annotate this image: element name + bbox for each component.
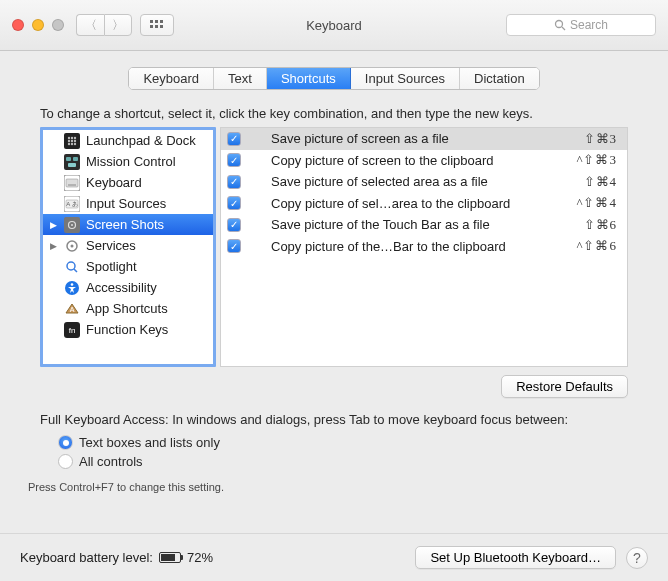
sidebar-item-mission-control[interactable]: ▶Mission Control: [43, 151, 213, 172]
svg-point-12: [68, 139, 70, 141]
sidebar-item-label: Screen Shots: [86, 217, 164, 232]
fkaccess-option[interactable]: Text boxes and lists only: [58, 433, 628, 452]
shortcut-row[interactable]: ✓Copy picture of screen to the clipboard…: [221, 150, 627, 172]
category-sidebar[interactable]: ▶Launchpad & Dock▶Mission Control▶Keyboa…: [40, 127, 216, 367]
restore-defaults-button[interactable]: Restore Defaults: [501, 375, 628, 398]
sidebar-item-label: Launchpad & Dock: [86, 133, 196, 148]
shortcut-row[interactable]: ✓Save picture of selected area as a file…: [221, 171, 627, 193]
tab-input-sources[interactable]: Input Sources: [351, 68, 460, 89]
disclosure-icon: ▶: [49, 136, 58, 146]
search-placeholder: Search: [570, 18, 608, 32]
tab-keyboard[interactable]: Keyboard: [129, 68, 214, 89]
battery-label: Keyboard battery level:: [20, 550, 153, 565]
search-field[interactable]: Search: [506, 14, 656, 36]
svg-text:A: A: [70, 306, 75, 313]
sidebar-item-screen-shots[interactable]: ▶Screen Shots: [43, 214, 213, 235]
shortcut-keys[interactable]: ⇧⌘4: [584, 174, 618, 190]
shortcut-row[interactable]: ✓Copy picture of the…Bar to the clipboar…: [221, 236, 627, 258]
sidebar-item-app-shortcuts[interactable]: ▶AApp Shortcuts: [43, 298, 213, 319]
zoom-icon[interactable]: [52, 19, 64, 31]
battery-icon: [159, 552, 181, 563]
forward-button[interactable]: 〉: [104, 14, 132, 36]
footer: Keyboard battery level: 72% Set Up Bluet…: [0, 533, 668, 581]
enable-checkbox[interactable]: ✓: [227, 196, 241, 210]
sidebar-item-label: Function Keys: [86, 322, 168, 337]
svg-rect-0: [150, 20, 153, 23]
shortcut-keys[interactable]: ^⇧⌘6: [576, 238, 617, 254]
svg-rect-1: [155, 20, 158, 23]
shortcut-keys[interactable]: ⇧⌘6: [584, 217, 618, 233]
shortcut-list[interactable]: ✓Save picture of screen as a file⇧⌘3✓Cop…: [220, 127, 628, 367]
shortcut-keys[interactable]: ^⇧⌘3: [576, 152, 617, 168]
sidebar-item-keyboard[interactable]: ▶Keyboard: [43, 172, 213, 193]
disclosure-icon: ▶: [49, 220, 58, 230]
tab-bar: KeyboardTextShortcutsInput SourcesDictat…: [0, 51, 668, 96]
access-icon: [64, 280, 80, 296]
disclosure-icon: ▶: [49, 178, 58, 188]
svg-rect-21: [68, 163, 76, 167]
svg-rect-19: [66, 157, 71, 161]
nav-back-forward: 〈 〉: [76, 14, 132, 36]
fkaccess-text: Full Keyboard Access: In windows and dia…: [40, 412, 628, 427]
enable-checkbox[interactable]: ✓: [227, 175, 241, 189]
svg-point-13: [71, 139, 73, 141]
sidebar-item-label: Keyboard: [86, 175, 142, 190]
svg-point-11: [74, 136, 76, 138]
show-all-button[interactable]: [140, 14, 174, 36]
close-icon[interactable]: [12, 19, 24, 31]
svg-line-34: [74, 269, 77, 272]
svg-rect-2: [160, 20, 163, 23]
sidebar-item-launchpad-dock[interactable]: ▶Launchpad & Dock: [43, 130, 213, 151]
titlebar: 〈 〉 Keyboard Search: [0, 0, 668, 51]
disclosure-icon: ▶: [49, 241, 58, 251]
svg-point-9: [68, 136, 70, 138]
sidebar-item-label: Mission Control: [86, 154, 176, 169]
setup-bluetooth-button[interactable]: Set Up Bluetooth Keyboard…: [415, 546, 616, 569]
shortcut-row[interactable]: ✓Save picture of screen as a file⇧⌘3: [221, 128, 627, 150]
svg-rect-18: [64, 154, 80, 170]
sidebar-item-services[interactable]: ▶Services: [43, 235, 213, 256]
shortcut-row[interactable]: ✓Save picture of the Touch Bar as a file…: [221, 214, 627, 236]
fn-icon: fn: [64, 322, 80, 338]
window-controls: [12, 19, 64, 31]
svg-point-10: [71, 136, 73, 138]
radio-button[interactable]: [58, 454, 73, 469]
sidebar-item-function-keys[interactable]: ▶fnFunction Keys: [43, 319, 213, 340]
tab-text[interactable]: Text: [214, 68, 267, 89]
shortcut-label: Save picture of the Touch Bar as a file: [251, 217, 574, 232]
tab-dictation[interactable]: Dictation: [460, 68, 539, 89]
sidebar-item-spotlight[interactable]: ▶Spotlight: [43, 256, 213, 277]
svg-rect-4: [155, 25, 158, 28]
fkaccess-option[interactable]: All controls: [58, 452, 628, 471]
apps-icon: A: [64, 301, 80, 317]
gear2-icon: [64, 238, 80, 254]
shortcut-row[interactable]: ✓Copy picture of sel…area to the clipboa…: [221, 193, 627, 215]
back-button[interactable]: 〈: [76, 14, 104, 36]
tab-shortcuts[interactable]: Shortcuts: [267, 68, 351, 89]
radio-label: All controls: [79, 454, 143, 469]
enable-checkbox[interactable]: ✓: [227, 153, 241, 167]
sidebar-item-label: App Shortcuts: [86, 301, 168, 316]
battery-percent: 72%: [187, 550, 213, 565]
svg-point-30: [71, 224, 73, 226]
intro-text: To change a shortcut, select it, click t…: [0, 96, 668, 127]
shortcut-keys[interactable]: ^⇧⌘4: [576, 195, 617, 211]
svg-text:fn: fn: [69, 326, 76, 335]
svg-rect-20: [73, 157, 78, 161]
enable-checkbox[interactable]: ✓: [227, 132, 241, 146]
disclosure-icon: ▶: [49, 304, 58, 314]
shortcut-label: Save picture of screen as a file: [251, 131, 574, 146]
shortcut-keys[interactable]: ⇧⌘3: [584, 131, 618, 147]
minimize-icon[interactable]: [32, 19, 44, 31]
shortcut-label: Save picture of selected area as a file: [251, 174, 574, 189]
svg-point-16: [71, 142, 73, 144]
disclosure-icon: ▶: [49, 325, 58, 335]
svg-point-33: [67, 262, 75, 270]
enable-checkbox[interactable]: ✓: [227, 218, 241, 232]
help-button[interactable]: ?: [626, 547, 648, 569]
enable-checkbox[interactable]: ✓: [227, 239, 241, 253]
svg-text:A あ: A あ: [66, 201, 77, 208]
sidebar-item-accessibility[interactable]: ▶Accessibility: [43, 277, 213, 298]
radio-button[interactable]: [58, 435, 73, 450]
sidebar-item-input-sources[interactable]: ▶A あInput Sources: [43, 193, 213, 214]
